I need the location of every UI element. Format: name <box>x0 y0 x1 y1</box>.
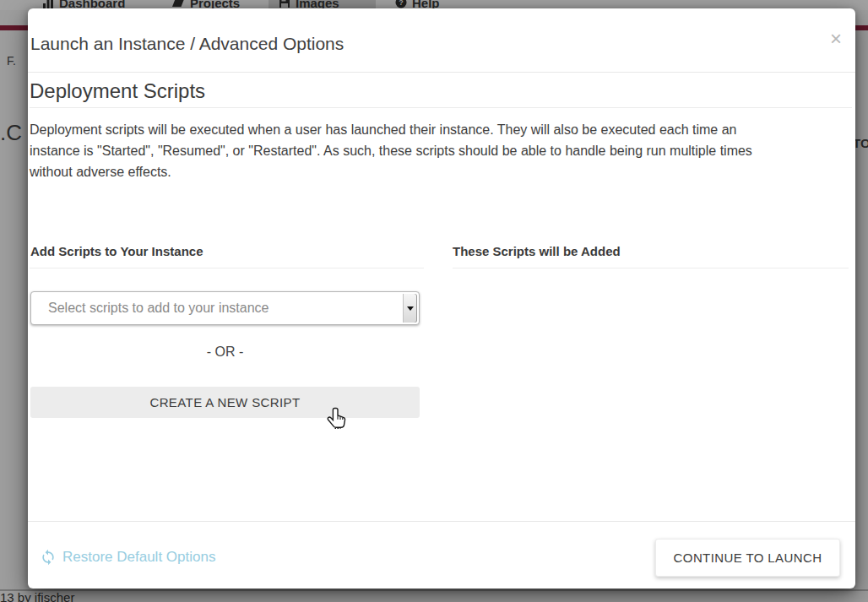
advanced-options-modal: Launch an Instance / Advanced Options × … <box>28 8 855 588</box>
background-text-fragment: F. <box>7 54 16 68</box>
section-heading: Deployment Scripts <box>30 79 205 103</box>
modal-title: Launch an Instance / Advanced Options <box>30 34 344 54</box>
close-icon[interactable]: × <box>830 29 842 49</box>
header-divider <box>28 72 855 73</box>
hand-pointer-cursor <box>327 407 349 436</box>
images-icon <box>279 0 290 8</box>
continue-to-launch-button[interactable]: CONTINUE TO LAUNCH <box>655 539 840 577</box>
caret-down-icon <box>407 306 414 311</box>
left-column-divider <box>30 268 424 268</box>
restore-default-options-label: Restore Default Options <box>62 549 215 566</box>
svg-text:?: ? <box>399 0 404 7</box>
background-table-rule <box>0 589 868 591</box>
restore-default-options-button[interactable]: Restore Default Options <box>40 549 215 566</box>
section-divider <box>30 107 852 108</box>
dashboard-icon <box>42 0 54 8</box>
sync-refresh-icon <box>40 549 57 566</box>
background-text-fragment: .C <box>0 120 22 146</box>
right-column-divider <box>453 268 849 268</box>
help-icon: ? <box>395 0 407 8</box>
create-new-script-button[interactable]: CREATE A NEW SCRIPT <box>30 387 420 418</box>
right-column-heading: These Scripts will be Added <box>453 244 621 258</box>
section-description: Deployment scripts will be executed when… <box>30 119 789 182</box>
left-column-heading: Add Scripts to Your Instance <box>30 244 203 258</box>
select-scripts-placeholder: Select scripts to add to your instance <box>48 292 269 324</box>
background-text-fragment: 13 by ifischer <box>0 590 74 602</box>
select-scripts-dropdown[interactable]: Select scripts to add to your instance <box>30 291 420 325</box>
screen: Dashboard Projects Images ? <box>0 0 868 602</box>
footer-divider <box>28 521 855 522</box>
or-separator: - OR - <box>30 344 420 360</box>
dropdown-arrow-button[interactable] <box>403 294 417 323</box>
projects-icon <box>171 0 185 8</box>
